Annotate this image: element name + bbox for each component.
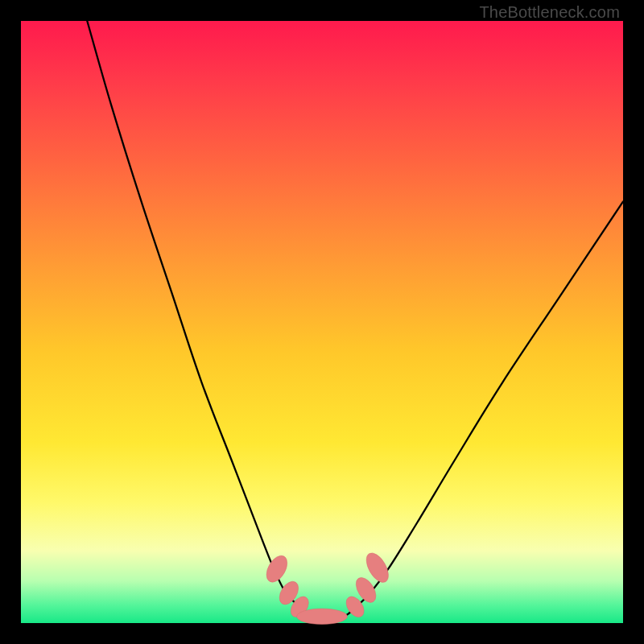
chart-frame: TheBottleneck.com	[0, 0, 644, 644]
left-curve	[87, 21, 298, 605]
valley-marker	[297, 609, 348, 624]
curve-layer	[21, 21, 623, 623]
right-curve	[358, 201, 623, 605]
valley-marker	[262, 552, 291, 586]
attribution-label: TheBottleneck.com	[479, 3, 620, 22]
plot-area	[21, 21, 623, 623]
